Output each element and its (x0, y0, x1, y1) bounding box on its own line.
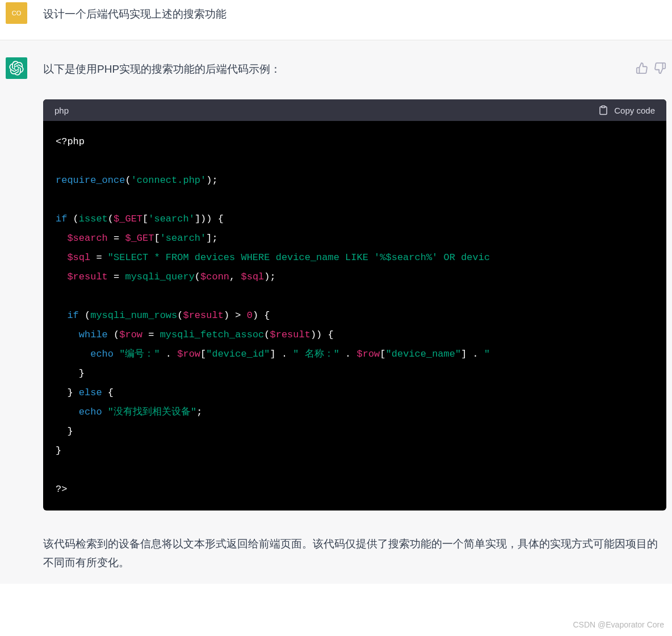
watermark: CSDN @Evaporator Core (573, 620, 665, 629)
code-pre: <?php require_once('connect.php'); if (i… (56, 132, 654, 499)
clipboard-icon (598, 105, 608, 115)
code-body[interactable]: <?php require_once('connect.php'); if (i… (43, 121, 666, 511)
code-header: php Copy code (43, 99, 666, 121)
thumbs-down-icon (654, 62, 666, 74)
user-message-text: 设计一个后端代码实现上述的搜索功能 (43, 2, 226, 22)
svg-rect-0 (602, 106, 605, 108)
user-message-row: CO 设计一个后端代码实现上述的搜索功能 (0, 0, 672, 40)
assistant-avatar (6, 57, 27, 79)
assistant-intro-text: 以下是使用PHP实现的搜索功能的后端代码示例： (43, 57, 629, 77)
thumbs-down-button[interactable] (654, 62, 666, 74)
copy-code-button[interactable]: Copy code (598, 105, 655, 115)
code-language-label: php (54, 106, 69, 115)
feedback-buttons (636, 57, 666, 74)
user-avatar: CO (6, 2, 27, 24)
assistant-message-block: 以下是使用PHP实现的搜索功能的后端代码示例： php Copy code (0, 40, 672, 584)
assistant-explanation-text: 该代码检索到的设备信息将以文本形式返回给前端页面。该代码仅提供了搜索功能的一个简… (43, 534, 666, 572)
thumbs-up-button[interactable] (636, 62, 648, 74)
code-block: php Copy code <?php require_once('connec… (43, 99, 666, 511)
copy-code-label: Copy code (614, 106, 655, 115)
thumbs-up-icon (636, 62, 648, 74)
openai-logo-icon (9, 61, 24, 76)
